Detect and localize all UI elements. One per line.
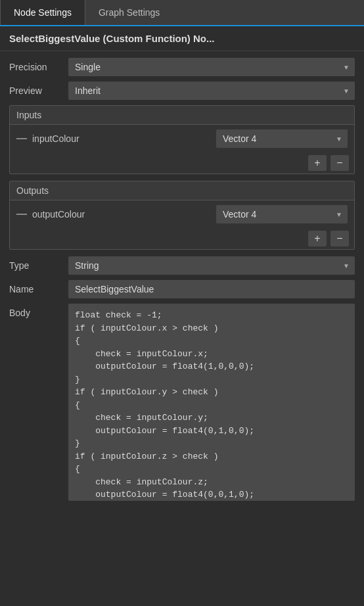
output-dash-icon-0 — [16, 214, 27, 215]
output-type-dropdown-wrapper-0: Vector 4 Vector 3 Vector 2 Float ▼ — [216, 205, 348, 223]
tab-graph-settings[interactable]: Graph Settings — [85, 0, 173, 25]
body-label: Body — [9, 304, 68, 318]
preview-dropdown-wrapper: Inherit On Off ▼ — [68, 82, 355, 100]
body-row: Body float check = -1; if ( inputColour.… — [9, 304, 355, 501]
settings-area: Precision Single Half Double ▼ Preview I… — [0, 51, 364, 513]
precision-dropdown[interactable]: Single Half Double — [68, 58, 355, 76]
node-title: SelectBiggestValue (Custom Function) No.… — [0, 26, 364, 51]
inputs-remove-button[interactable]: − — [330, 155, 349, 171]
input-dash-icon-0 — [16, 138, 27, 139]
type-label: Type — [9, 256, 68, 271]
input-type-dropdown-wrapper-0: Vector 4 Vector 3 Vector 2 Float ▼ — [216, 129, 348, 148]
type-row: Type String Float Vector ▼ — [9, 256, 355, 275]
name-row: Name — [9, 280, 355, 298]
type-dropdown[interactable]: String Float Vector — [68, 256, 355, 275]
preview-dropdown[interactable]: Inherit On Off — [68, 82, 355, 100]
inputs-header: Inputs — [10, 106, 354, 125]
input-row-0: inputColour Vector 4 Vector 3 Vector 2 F… — [10, 125, 354, 152]
output-row-0: outputColour Vector 4 Vector 3 Vector 2 … — [10, 200, 354, 228]
inputs-controls: + − — [10, 152, 354, 174]
inputs-section: Inputs inputColour Vector 4 Vector 3 Vec… — [9, 105, 355, 174]
outputs-section: Outputs outputColour Vector 4 Vector 3 V… — [9, 181, 355, 250]
input-name-0: inputColour — [32, 133, 80, 144]
precision-row: Precision Single Half Double ▼ — [9, 58, 355, 76]
input-type-dropdown-0[interactable]: Vector 4 Vector 3 Vector 2 Float — [216, 129, 348, 148]
outputs-header: Outputs — [10, 181, 354, 200]
type-dropdown-wrapper: String Float Vector ▼ — [68, 256, 355, 275]
body-textarea[interactable]: float check = -1; if ( inputColour.x > c… — [68, 304, 355, 501]
output-name-0: outputColour — [32, 209, 85, 220]
outputs-controls: + − — [10, 228, 354, 249]
output-row-label-0: outputColour — [16, 209, 216, 220]
name-label: Name — [9, 280, 68, 294]
input-row-label-0: inputColour — [16, 133, 216, 144]
name-input[interactable] — [68, 280, 355, 298]
outputs-add-button[interactable]: + — [308, 231, 327, 246]
preview-row: Preview Inherit On Off ▼ — [9, 82, 355, 100]
outputs-remove-button[interactable]: − — [330, 231, 349, 246]
precision-label: Precision — [9, 62, 68, 72]
preview-label: Preview — [9, 85, 68, 96]
inputs-add-button[interactable]: + — [308, 155, 327, 171]
tab-node-settings[interactable]: Node Settings — [0, 0, 85, 25]
precision-dropdown-wrapper: Single Half Double ▼ — [68, 58, 355, 76]
output-type-dropdown-0[interactable]: Vector 4 Vector 3 Vector 2 Float — [216, 205, 348, 223]
tabs-bar: Node Settings Graph Settings — [0, 0, 364, 26]
